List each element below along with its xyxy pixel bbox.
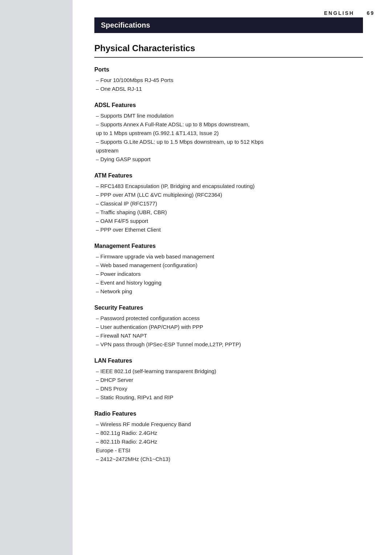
- section-management-features: Management Features– Firmware upgrade vi…: [94, 243, 363, 296]
- list-item: – 802.11b Radio: 2.4GHz: [94, 437, 363, 446]
- list-item: – Four 10/100Mbps RJ-45 Ports: [94, 76, 363, 85]
- feature-list-ports: – Four 10/100Mbps RJ-45 Ports– One ADSL …: [94, 76, 363, 93]
- list-item: – User authentication (PAP/CHAP) with PP…: [94, 323, 363, 331]
- list-item: – PPP over Ethernet Client: [94, 225, 363, 234]
- section-title-security-features: Security Features: [94, 305, 363, 311]
- list-item: – Supports DMT line modulation: [94, 111, 363, 120]
- list-item: – 802.11g Radio: 2.4GHz: [94, 429, 363, 437]
- section-radio-features: Radio Features– Wireless RF module Frequ…: [94, 411, 363, 464]
- section-header: Specifications: [94, 17, 363, 33]
- list-item: – PPP over ATM (LLC &VC multiplexing) (R…: [94, 191, 363, 199]
- page-number-value: 69: [367, 10, 375, 16]
- list-item: upstream: [94, 146, 363, 155]
- list-item: – VPN pass through (IPSec-ESP Tunnel mod…: [94, 340, 363, 349]
- section-title-management-features: Management Features: [94, 243, 363, 249]
- list-item: – Traffic shaping (UBR, CBR): [94, 208, 363, 217]
- left-sidebar: [0, 0, 73, 555]
- list-item: – IEEE 802.1d (self-learning transparent…: [94, 367, 363, 376]
- list-item: – Firmware upgrade via web based managem…: [94, 252, 363, 261]
- section-lan-features: LAN Features– IEEE 802.1d (self-learning…: [94, 358, 363, 402]
- language-label: ENGLISH: [324, 10, 354, 16]
- list-item: – DNS Proxy: [94, 384, 363, 393]
- list-item: – Wireless RF module Frequency Band: [94, 420, 363, 429]
- list-item: – Event and history logging: [94, 278, 363, 287]
- section-title-radio-features: Radio Features: [94, 411, 363, 417]
- section-adsl-features: ADSL Features– Supports DMT line modulat…: [94, 102, 363, 164]
- list-item: – Web based management (configuration): [94, 261, 363, 270]
- feature-list-security-features: – Password protected configuration acces…: [94, 314, 363, 349]
- list-item: – Dying GASP support: [94, 155, 363, 164]
- list-item: – Firewall NAT NAPT: [94, 331, 363, 340]
- list-item: – Supports G.Lite ADSL: up to 1.5 Mbps d…: [94, 138, 363, 146]
- section-atm-features: ATM Features– RFC1483 Encapsulation (IP,…: [94, 172, 363, 234]
- main-content: Specifications Physical Characteristics …: [73, 0, 392, 487]
- list-item: up to 1 Mbps upstream (G.992.1 &T1.413, …: [94, 129, 363, 138]
- feature-list-management-features: – Firmware upgrade via web based managem…: [94, 252, 363, 296]
- list-item: – RFC1483 Encapsulation (IP, Bridging an…: [94, 182, 363, 191]
- list-item: – One ADSL RJ-11: [94, 85, 363, 93]
- page-title: Physical Characteristics: [94, 43, 363, 58]
- feature-list-adsl-features: – Supports DMT line modulation– Supports…: [94, 111, 363, 164]
- list-item: Europe - ETSI: [94, 446, 363, 455]
- list-item: – 2412~2472MHz (Ch1~Ch13): [94, 455, 363, 464]
- section-ports: Ports– Four 10/100Mbps RJ-45 Ports– One …: [94, 66, 363, 93]
- sections-container: Ports– Four 10/100Mbps RJ-45 Ports– One …: [94, 66, 363, 464]
- list-item: – DHCP Server: [94, 376, 363, 384]
- list-item: – Power indicators: [94, 270, 363, 278]
- section-title-lan-features: LAN Features: [94, 358, 363, 364]
- list-item: – OAM F4/F5 support: [94, 217, 363, 225]
- section-title-adsl-features: ADSL Features: [94, 102, 363, 109]
- section-title-ports: Ports: [94, 66, 363, 73]
- list-item: – Classical IP (RFC1577): [94, 199, 363, 208]
- list-item: – Supports Annex A Full-Rate ADSL: up to…: [94, 120, 363, 129]
- section-title-atm-features: ATM Features: [94, 172, 363, 179]
- list-item: – Network ping: [94, 287, 363, 296]
- feature-list-lan-features: – IEEE 802.1d (self-learning transparent…: [94, 367, 363, 402]
- section-security-features: Security Features– Password protected co…: [94, 305, 363, 349]
- list-item: – Password protected configuration acces…: [94, 314, 363, 323]
- feature-list-atm-features: – RFC1483 Encapsulation (IP, Bridging an…: [94, 182, 363, 234]
- page-number: ENGLISH 69: [324, 10, 375, 16]
- feature-list-radio-features: – Wireless RF module Frequency Band– 802…: [94, 420, 363, 464]
- list-item: – Static Routing, RIPv1 and RIP: [94, 393, 363, 402]
